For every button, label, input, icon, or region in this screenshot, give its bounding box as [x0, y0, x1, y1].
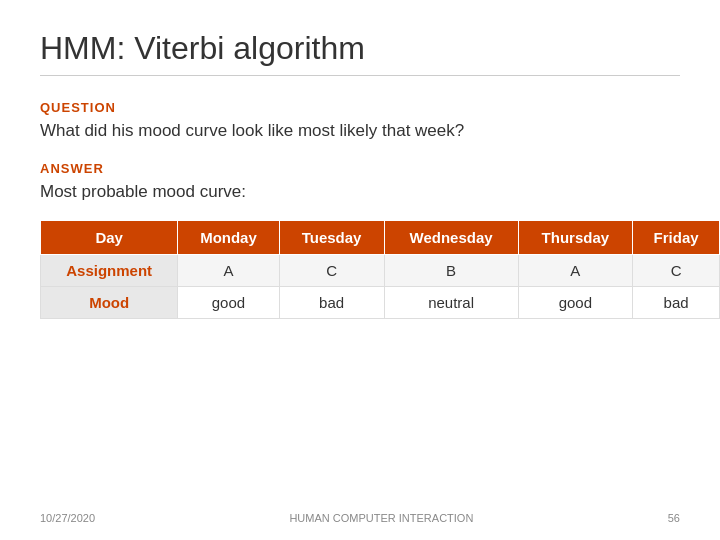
footer-page: 56 — [668, 512, 680, 524]
row-label: Mood — [41, 287, 178, 319]
col-header-monday: Monday — [178, 221, 279, 255]
question-text: What did his mood curve look like most l… — [40, 121, 680, 141]
slide-title: HMM: Viterbi algorithm — [40, 30, 680, 76]
table-row: AssignmentACBAC — [41, 255, 720, 287]
table-cell: C — [633, 255, 720, 287]
answer-intro: Most probable mood curve: — [40, 182, 680, 202]
table-cell: B — [384, 255, 518, 287]
answer-label: Answer — [40, 161, 680, 176]
table-cell: A — [518, 255, 633, 287]
table-row: Moodgoodbadneutralgoodbad — [41, 287, 720, 319]
results-table-wrapper: Day Monday Tuesday Wednesday Thursday Fr… — [40, 220, 680, 319]
table-cell: C — [279, 255, 384, 287]
table-header-row: Day Monday Tuesday Wednesday Thursday Fr… — [41, 221, 720, 255]
footer-date: 10/27/2020 — [40, 512, 95, 524]
slide: HMM: Viterbi algorithm Question What did… — [0, 0, 720, 540]
table-cell: A — [178, 255, 279, 287]
col-header-day: Day — [41, 221, 178, 255]
results-table: Day Monday Tuesday Wednesday Thursday Fr… — [40, 220, 720, 319]
table-cell: bad — [279, 287, 384, 319]
table-cell: good — [518, 287, 633, 319]
col-header-wednesday: Wednesday — [384, 221, 518, 255]
table-cell: neutral — [384, 287, 518, 319]
footer-course: HUMAN COMPUTER INTERACTION — [289, 512, 473, 524]
table-cell: good — [178, 287, 279, 319]
col-header-friday: Friday — [633, 221, 720, 255]
col-header-tuesday: Tuesday — [279, 221, 384, 255]
question-label: Question — [40, 100, 680, 115]
row-label: Assignment — [41, 255, 178, 287]
col-header-thursday: Thursday — [518, 221, 633, 255]
slide-footer: 10/27/2020 HUMAN COMPUTER INTERACTION 56 — [40, 512, 680, 524]
table-cell: bad — [633, 287, 720, 319]
